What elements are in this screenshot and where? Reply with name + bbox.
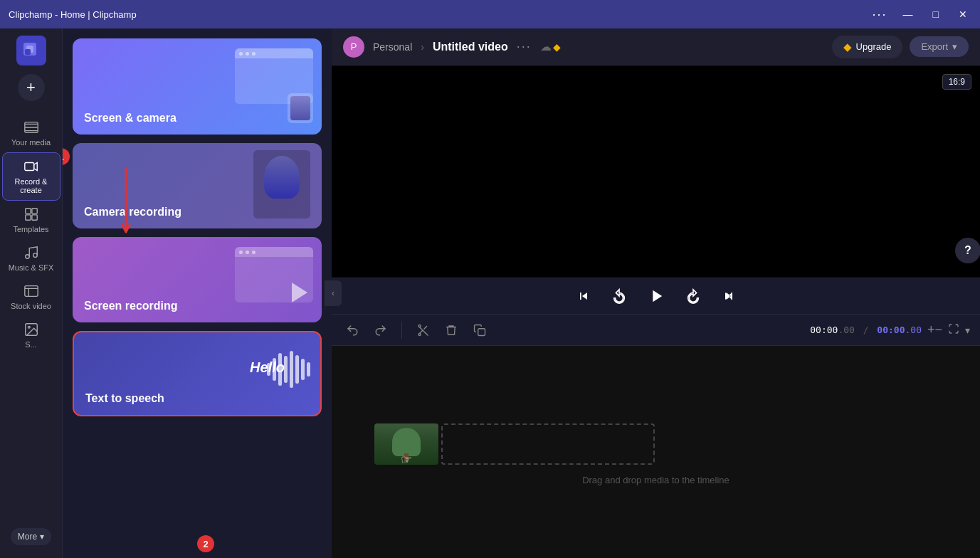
svg-rect-2	[25, 49, 31, 55]
arrow-1	[115, 168, 137, 246]
export-button[interactable]: Export ▾	[910, 36, 969, 57]
zoom-control: + −	[927, 322, 942, 337]
video-preview	[332, 65, 980, 278]
titlebar-title: Clipchamp - Home | Clipchamp	[9, 9, 137, 20]
skip-to-end-button[interactable]	[717, 285, 740, 307]
sidebar-item-music-sfx[interactable]: Music & SFX	[2, 239, 60, 278]
more-label: More	[18, 532, 37, 542]
preview-area: 16:9 ?	[332, 65, 980, 278]
titlebar-more-dots: ···	[873, 7, 887, 22]
timeline-drop-zone[interactable]	[441, 423, 655, 465]
export-label: Export	[921, 41, 948, 52]
panel-wrapper: 1 Screen & camera	[63, 28, 332, 558]
workspace-label: Personal	[373, 41, 412, 53]
titlebar-controls: ··· — □ ✕	[873, 7, 971, 22]
svg-rect-6	[31, 209, 36, 214]
divider	[401, 322, 402, 339]
premium-gem-icon: ◆	[553, 41, 561, 53]
svg-rect-16	[478, 328, 485, 335]
upgrade-button[interactable]: ◆ Upgrade	[832, 36, 903, 58]
play-button[interactable]	[643, 283, 669, 309]
export-arrow-icon: ▾	[952, 41, 957, 52]
undo-button[interactable]	[342, 320, 363, 341]
zoom-out-button[interactable]: −	[934, 322, 942, 337]
timeline-chevron-button[interactable]: ▾	[965, 325, 970, 336]
upgrade-label: Upgrade	[856, 41, 892, 52]
screen-camera-label: Screen & camera	[84, 112, 176, 125]
app-logo	[16, 36, 46, 65]
video-title: Untitled video	[433, 41, 508, 53]
help-button[interactable]: ?	[955, 238, 980, 263]
more-arrow-icon: ▾	[40, 532, 44, 542]
playhead-timestamp: 00:00.00 / 00:00.00	[810, 325, 922, 335]
svg-rect-11	[24, 286, 37, 297]
svg-point-10	[33, 253, 37, 258]
edit-toolbar: 00:00.00 / 00:00.00 + − ▾	[332, 315, 980, 346]
svg-point-9	[25, 255, 29, 259]
panel-collapse-button[interactable]: ‹	[325, 280, 342, 306]
editor: P Personal › Untitled video ··· ☁ ◆ ◆ Up…	[332, 28, 980, 558]
breadcrumb-arrow-icon: ›	[421, 41, 424, 53]
svg-rect-5	[25, 209, 30, 214]
titlebar: Clipchamp - Home | Clipchamp ··· — □ ✕	[0, 0, 980, 28]
playback-controls	[332, 278, 980, 315]
header-actions: ◆ Upgrade Export ▾	[832, 36, 969, 58]
upgrade-gem-icon: ◆	[843, 41, 852, 53]
sidebar-item-label: Music & SFX	[9, 263, 54, 272]
copy-button[interactable]	[469, 320, 490, 341]
svg-point-13	[28, 326, 30, 328]
timeline-clip[interactable]: ☞	[374, 423, 438, 465]
svg-rect-7	[25, 215, 30, 220]
zoom-in-button[interactable]: +	[927, 322, 935, 337]
sidebar-item-record-create[interactable]: Record & create	[2, 152, 60, 201]
expand-timeline-button[interactable]	[948, 323, 959, 337]
sidebar-item-label: S...	[25, 340, 37, 349]
editor-header: P Personal › Untitled video ··· ☁ ◆ ◆ Up…	[332, 28, 980, 65]
screen-recording-card[interactable]: Screen recording	[73, 237, 322, 322]
cut-button[interactable]	[412, 320, 433, 341]
sidebar-item-label: Stock video	[11, 302, 51, 310]
screen-recording-label: Screen recording	[84, 300, 178, 312]
sidebar-item-content-library[interactable]: S...	[2, 316, 60, 354]
sidebar-item-your-media[interactable]: Your media	[2, 114, 60, 152]
sidebar-item-label: Your media	[11, 138, 51, 147]
svg-point-15	[418, 325, 421, 327]
avatar: P	[343, 36, 364, 58]
record-create-panel: 1 Screen & camera	[63, 28, 332, 558]
sidebar-item-stock-video[interactable]: Stock video	[2, 278, 60, 316]
timeline-drop-hint: Drag and drop media to the timeline	[582, 475, 729, 485]
close-button[interactable]: ✕	[954, 7, 971, 22]
drag-cursor-icon: ☞	[401, 452, 412, 465]
redo-button[interactable]	[370, 320, 391, 341]
maximize-button[interactable]: □	[929, 7, 943, 22]
skip-to-start-button[interactable]	[572, 285, 595, 307]
sidebar-item-label: Templates	[13, 225, 48, 233]
timeline: ☞ Drag and drop media to the timeline	[332, 346, 980, 558]
sidebar-item-templates[interactable]: Templates	[2, 201, 60, 239]
sidebar: + Your media Record & create Templates	[0, 28, 63, 558]
sidebar-item-label: Record & create	[7, 177, 56, 194]
cloud-sync-icon: ☁ ◆	[540, 40, 561, 53]
timeline-controls: 00:00.00 / 00:00.00 + − ▾	[810, 322, 970, 337]
delete-button[interactable]	[441, 320, 462, 341]
step-badge-2: 2	[197, 535, 214, 552]
forward-5s-button[interactable]	[682, 285, 705, 307]
timeline-track: ☞	[332, 419, 980, 469]
svg-rect-8	[31, 215, 36, 220]
video-options-button[interactable]: ···	[517, 39, 532, 54]
text-to-speech-label: Text to speech	[85, 392, 164, 405]
svg-rect-4	[24, 163, 33, 171]
minimize-button[interactable]: —	[899, 7, 917, 22]
tts-waveform	[267, 351, 310, 388]
main-layout: + Your media Record & create Templates	[0, 28, 980, 558]
aspect-ratio-badge: 16:9	[942, 74, 971, 90]
more-button[interactable]: More ▾	[11, 528, 51, 545]
screen-camera-card[interactable]: Screen & camera	[73, 38, 322, 135]
text-to-speech-card[interactable]: Hello Text to speech	[73, 331, 322, 416]
camera-recording-card[interactable]: Camera recording	[73, 143, 322, 228]
svg-point-14	[418, 333, 421, 335]
rewind-5s-button[interactable]	[608, 285, 631, 307]
step-badge-1: 1	[63, 148, 70, 165]
add-button[interactable]: +	[18, 74, 45, 101]
